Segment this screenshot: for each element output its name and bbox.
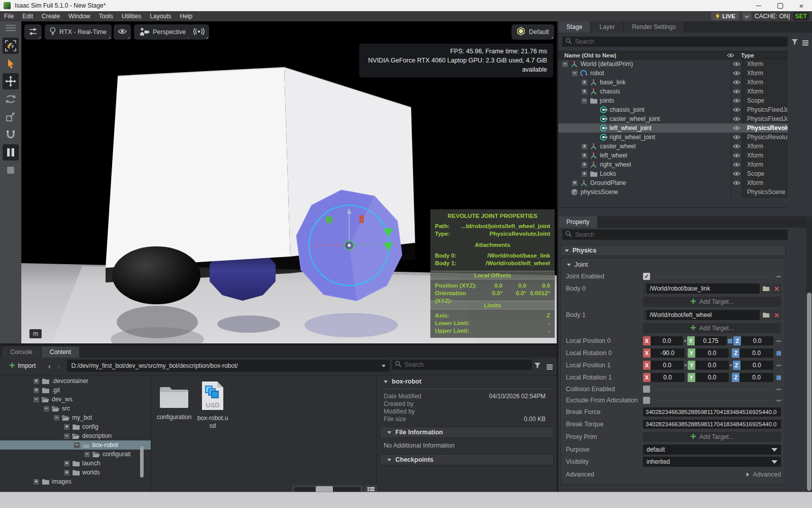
expander-icon[interactable]: + [64,424,70,430]
axis-x-input[interactable]: 0.0 [651,336,683,345]
tab-render-settings[interactable]: Render Settings [624,21,684,33]
menu-window[interactable]: Window [69,13,90,20]
minimize-button[interactable] [748,0,769,11]
set-button[interactable]: SET [793,12,809,20]
menu-file[interactable]: File [4,13,14,20]
expander-icon[interactable]: + [33,479,39,485]
expander-icon[interactable]: − [84,452,90,457]
back-button[interactable]: ‹ [45,362,54,370]
visibility-eye-icon[interactable] [731,71,742,76]
live-dropdown[interactable] [742,12,752,20]
content-search[interactable] [392,360,532,370]
pause-tool-button[interactable] [3,144,19,161]
camera-selector[interactable]: Perspective [134,24,191,40]
visibility-eye-icon[interactable] [731,125,742,131]
tab-stage[interactable]: Stage [558,21,590,33]
visibility-eye-icon[interactable] [731,144,742,149]
expander-icon[interactable]: + [582,153,587,158]
stage-row-looks[interactable]: +LooksScope [558,169,788,178]
filter-icon[interactable] [534,362,541,371]
visibility-button[interactable] [114,24,131,40]
broadcast-button[interactable] [189,24,209,40]
close-button[interactable]: × [791,0,812,11]
file-tree-row-box-robot[interactable]: −box-robot [0,440,151,450]
add-target-button[interactable]: Add Target... [643,297,781,307]
file-grid[interactable]: configuration USD box-robot.usd [152,376,377,492]
axis-y-input[interactable]: 0.175 [695,336,727,345]
file-tree-row--git[interactable]: +.git [0,386,151,395]
axis-y-input[interactable]: 0.0 [695,373,729,382]
expander-icon[interactable]: + [64,470,70,475]
clear-target-button[interactable] [772,310,781,320]
visibility-eye-icon[interactable] [731,171,742,176]
grid-item-folder[interactable]: configuration [155,384,193,421]
checkbox[interactable] [643,397,650,404]
file-tree-row-description[interactable]: −description [0,431,151,440]
visibility-eye-icon[interactable] [731,98,742,103]
file-tree-row--devcontainer[interactable]: +.devcontainer [0,376,151,386]
stage-row-caster-wheel-joint[interactable]: caster_wheel_jointPhysicsFixedJoi [558,114,788,123]
axis-y-input[interactable]: 0.0 [695,361,728,370]
value-input[interactable]: 340282346638528859811704183484516925440.… [643,420,781,429]
expander-icon[interactable]: + [33,378,39,384]
axis-x-input[interactable]: 0.0 [651,373,685,382]
visibility-eye-icon[interactable] [731,153,742,158]
grid-item-usd[interactable]: USD box-robot.usd [193,380,232,430]
file-tree-row-my-bot[interactable]: −my_bot [0,413,151,422]
axis-y-input[interactable]: 0.0 [695,348,729,358]
target-field[interactable]: /World/robot/left_wheel [643,310,760,320]
rotate-tool-button[interactable] [3,91,19,107]
expander-icon[interactable]: − [54,415,59,421]
render-settings-button[interactable] [24,24,42,40]
stage-row-joints[interactable]: −jointsScope [558,96,788,105]
expander-icon[interactable]: − [33,397,39,402]
value-input[interactable]: 340282346638528859811704183484516925440.… [643,407,781,417]
snap-tool-button[interactable] [3,126,19,143]
menu-create[interactable]: Create [42,13,60,20]
axis-z-input[interactable]: 0.0 [739,348,773,358]
file-tree-row-configurati[interactable]: −configurati [0,450,151,459]
expander-icon[interactable]: + [582,144,587,149]
details-title-header[interactable]: box-robot [377,375,557,388]
expander-icon[interactable]: − [64,433,70,439]
visibility-eye-icon[interactable] [731,80,742,85]
section-physics[interactable]: Physics [560,245,786,256]
menu-edit[interactable]: Edit [22,13,33,20]
stage-row-chassis[interactable]: +chassisXform [558,87,788,96]
scrollbar-thumb[interactable] [807,293,811,491]
stage-row-world-defaultprim-[interactable]: −World (defaultPrim)Xform [558,59,788,69]
stage-row-caster-wheel[interactable]: +caster_wheelXform [558,142,788,151]
stage-row-left-wheel[interactable]: +left_wheelXform [558,151,788,160]
stage-search[interactable] [562,37,788,47]
expander-icon[interactable]: + [582,89,587,94]
stage-row-left-wheel-joint[interactable]: left_wheel_jointPhysicsRevolute [558,123,788,133]
viewport-3d[interactable]: RTX - Real-Time Perspective Default FPS:… [21,21,557,343]
checkbox[interactable] [643,386,650,393]
file-information-header[interactable]: File Information [380,427,554,438]
file-tree-row-launch[interactable]: +launch [0,459,151,468]
visibility-dropdown[interactable]: inherited [643,457,781,467]
browse-folder-button[interactable] [761,283,770,294]
expander-icon[interactable]: − [562,61,568,67]
axis-z-input[interactable]: 0.0 [739,373,773,382]
expander-icon[interactable]: − [74,442,80,448]
checkpoints-header[interactable]: Checkpoints [380,454,554,465]
visibility-eye-icon[interactable] [731,162,742,167]
stage-columns-header[interactable]: Name (Old to New) Type [558,51,788,59]
target-field[interactable]: /World/robot/base_link [643,283,760,294]
axis-z-input[interactable]: 0.0 [740,361,773,370]
live-button[interactable]: LIVE [711,12,739,20]
grid-view-button[interactable] [365,485,377,492]
axis-z-input[interactable]: 0.0 [741,336,773,345]
tab-console[interactable]: Console [2,346,41,358]
renderer-selector[interactable]: RTX - Real-Time [45,24,112,40]
menu-help[interactable]: Help [180,13,192,20]
menu-tools[interactable]: Tools [99,13,113,20]
axis-x-input[interactable]: -90.0 [651,348,685,358]
stage-row-base-link[interactable]: +base_linkXform [558,78,788,87]
path-dropdown-icon[interactable] [382,365,386,367]
path-bar[interactable]: D:/dev/my_first_bot/dev_ws/src/my_bot/de… [67,360,390,372]
stage-search-input[interactable] [575,38,785,45]
visibility-eye-icon[interactable] [731,89,742,94]
content-search-input[interactable] [404,361,529,368]
